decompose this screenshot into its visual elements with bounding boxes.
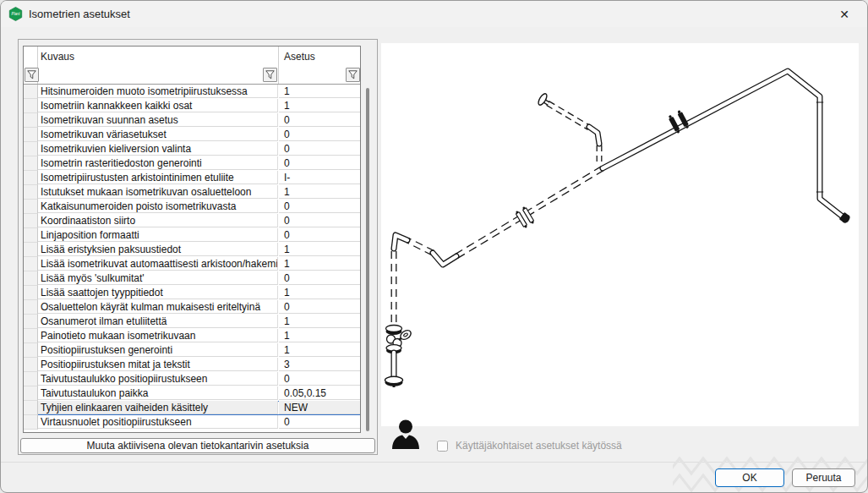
table-row[interactable]: Hitsinumeroiden muoto isometripiirustuks… <box>24 85 360 99</box>
kuvaus-cell: Isometripiirustusten arkistointinimen et… <box>38 171 278 184</box>
isometric-settings-dialog: Plant Isometrien asetukset ✕ Kuvaus Aset… <box>0 0 868 493</box>
row-header-cell[interactable] <box>24 286 38 300</box>
kuvaus-cell: Virtausnuolet positiopiirustukseen <box>38 415 278 429</box>
kuvaus-cell: Lisää isometrikuvat automaattisesti arki… <box>38 257 278 271</box>
table-row[interactable]: Katkaisunumeroiden poisto isometrikuvast… <box>24 200 360 214</box>
row-header-cell[interactable] <box>24 300 38 315</box>
dashed-pipe-lower-run <box>407 238 434 255</box>
asetus-cell: 0 <box>279 200 360 213</box>
kuvaus-cell: Isometrikuvan suunnan asetus <box>38 113 278 127</box>
cancel-button[interactable]: Peruuta <box>792 468 855 487</box>
kuvaus-cell: Isometrikuvien kieliversion valinta <box>38 142 278 156</box>
title-bar: Plant Isometrien asetukset ✕ <box>1 1 867 27</box>
kuvaus-cell: Istutukset mukaan isometrikuvan osaluett… <box>38 185 278 199</box>
kuvaus-cell: Koordinaatiston siirto <box>38 214 278 227</box>
row-header-cell[interactable] <box>24 243 38 257</box>
table-row[interactable]: Taivutustaulukko positiopiirustukseen0 <box>24 372 360 386</box>
row-header-cell[interactable] <box>24 228 38 243</box>
dialog-title: Isometrien asetukset <box>29 8 130 20</box>
table-row[interactable]: Istutukset mukaan isometrikuvan osaluett… <box>24 185 360 200</box>
row-header-cell[interactable] <box>24 358 38 372</box>
table-row[interactable]: Isometrin rasteritiedoston generointi0 <box>24 156 360 171</box>
asetus-cell: 1 <box>279 243 360 256</box>
branch-flange <box>537 92 549 106</box>
table-row[interactable]: Koordinaatiston siirto0 <box>24 214 360 228</box>
asetus-cell: 1 <box>279 85 360 98</box>
row-header-cell[interactable] <box>24 386 38 401</box>
header-divider <box>278 47 279 84</box>
table-header: Kuvaus Asetus <box>24 47 360 85</box>
row-header-cell[interactable] <box>24 214 38 228</box>
kuvaus-cell: Osanumerot ilman etuliitettä <box>38 315 278 328</box>
row-header-cell[interactable] <box>24 271 38 286</box>
row-header-cell[interactable] <box>24 200 38 214</box>
table-row[interactable]: Taivutustaulukon paikka0.05,0.15 <box>24 386 360 401</box>
kuvaus-cell: Linjaposition formaatti <box>38 228 278 242</box>
kuvaus-cell: Katkaisunumeroiden poisto isometrikuvast… <box>38 200 278 213</box>
filter-button-rowheader[interactable] <box>25 68 39 82</box>
asetus-cell: 0 <box>279 156 360 170</box>
asetus-cell: 1 <box>279 329 360 342</box>
kuvaus-cell: Osaluettelon käyrät kulman mukaisesti er… <box>38 300 278 314</box>
table-row[interactable]: Positiopiirustuksen generointi1 <box>24 343 360 358</box>
table-row[interactable]: Isometrikuvan suunnan asetus0 <box>24 113 360 128</box>
asetus-cell: 0 <box>279 228 360 242</box>
kuvaus-cell: Isometriin kannakkeen kaikki osat <box>38 99 278 112</box>
row-header-cell[interactable] <box>24 156 38 171</box>
table-row[interactable]: Isometrikuvien kieliversion valinta0 <box>24 142 360 156</box>
vertical-scrollbar-thumb[interactable] <box>366 88 369 431</box>
edit-active-row-button[interactable]: Muuta aktiivisena olevan tietokantarivin… <box>20 438 375 453</box>
table-row[interactable]: Linjaposition formaatti0 <box>24 228 360 243</box>
asetus-cell: 0 <box>279 271 360 285</box>
user-settings-checkbox[interactable] <box>437 441 448 452</box>
table-row[interactable]: Isometriin kannakkeen kaikki osat1 <box>24 99 360 113</box>
table-row[interactable]: Lisää myös 'sulkumitat'0 <box>24 271 360 286</box>
kuvaus-cell: Positiopiirustuksen mitat ja tekstit <box>38 358 278 371</box>
row-header-cell[interactable] <box>24 185 38 200</box>
kuvaus-cell: Lisää myös 'sulkumitat' <box>38 271 278 285</box>
settings-panel: Kuvaus Asetus Hitsin <box>18 39 378 455</box>
asetus-cell: 0 <box>279 300 360 314</box>
row-header-cell[interactable] <box>24 113 38 128</box>
close-icon[interactable]: ✕ <box>828 3 860 25</box>
pipe-clamp-dashed <box>515 206 535 229</box>
asetus-cell: 0.05,0.15 <box>279 386 360 400</box>
row-header-cell[interactable] <box>24 99 38 113</box>
row-header-cell[interactable] <box>24 257 38 271</box>
row-header-cell[interactable] <box>24 171 38 185</box>
asetus-cell: I- <box>279 171 360 184</box>
table-row[interactable]: Isometrikuvan väriasetukset0 <box>24 128 360 142</box>
table-row[interactable]: Osanumerot ilman etuliitettä1 <box>24 315 360 329</box>
plant-logo-icon: Plant <box>8 7 23 21</box>
kuvaus-cell: Isometrin rasteritiedoston generointi <box>38 156 278 170</box>
filter-button-asetus[interactable] <box>346 68 360 82</box>
asetus-cell: 1 <box>279 257 360 271</box>
row-header-cell[interactable] <box>24 401 38 415</box>
asetus-cell: 1 <box>279 99 360 112</box>
row-header-cell[interactable] <box>24 128 38 142</box>
asetus-cell: NEW <box>279 401 360 414</box>
ok-button[interactable]: OK <box>715 468 784 487</box>
row-header-cell[interactable] <box>24 372 38 386</box>
table-row[interactable]: Osaluettelon käyrät kulman mukaisesti er… <box>24 300 360 315</box>
row-header-cell[interactable] <box>24 142 38 156</box>
row-header-cell[interactable] <box>24 343 38 358</box>
solid-pipe-run <box>603 71 843 217</box>
table-row[interactable]: Isometripiirustusten arkistointinimen et… <box>24 171 360 185</box>
table-row[interactable]: Lisää saattojen tyyppitiedot1 <box>24 286 360 300</box>
table-row[interactable]: Tyhjien elinkaaren vaiheiden käsittelyNE… <box>24 401 360 415</box>
kuvaus-cell: Isometrikuvan väriasetukset <box>38 128 278 141</box>
table-row[interactable]: Lisää isometrikuvat automaattisesti arki… <box>24 257 360 271</box>
row-header-cell[interactable] <box>24 329 38 343</box>
asetus-cell: 0 <box>279 142 360 156</box>
filter-button-kuvaus[interactable] <box>263 68 277 82</box>
table-row[interactable]: Virtausnuolet positiopiirustukseen0 <box>24 415 360 430</box>
row-header-cell[interactable] <box>24 85 38 99</box>
table-row[interactable]: Lisää eristyksien paksuustiedot1 <box>24 243 360 257</box>
table-row[interactable]: Positiopiirustuksen mitat ja tekstit3 <box>24 358 360 372</box>
kuvaus-cell: Lisää eristyksien paksuustiedot <box>38 243 278 256</box>
table-row[interactable]: Painotieto mukaan isometrikuvaan1 <box>24 329 360 343</box>
funnel-filter-icon <box>265 70 275 79</box>
row-header-cell[interactable] <box>24 415 38 430</box>
row-header-cell[interactable] <box>24 315 38 329</box>
